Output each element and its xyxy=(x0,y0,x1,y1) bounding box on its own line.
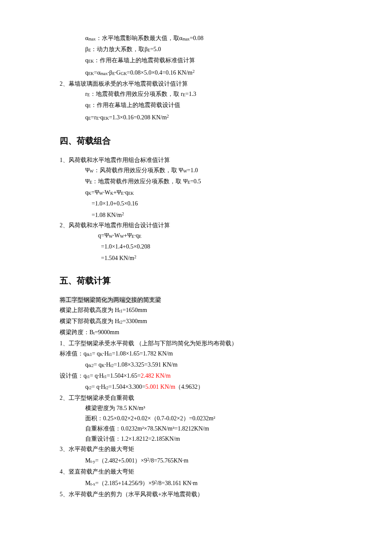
s5-c2: 面积：0.25×0.02×2+0.02×（0.7-0.02×2）=0.0232m… xyxy=(60,413,332,424)
line-re-desc: rE：地震荷载作用效应分项系数，取 rE=1.3 xyxy=(60,89,332,100)
s4-l2: 2、风荷载和水平地震作用组合设计值计算 xyxy=(60,220,332,231)
s5-a3: 横梁跨度：Bt=9000mm xyxy=(60,327,332,338)
red-value-2: 5.001 KN/m xyxy=(145,384,175,390)
s5-b2-2b: （4.9632） xyxy=(175,384,204,390)
heading-section-4: 四、荷载组合 xyxy=(60,136,332,146)
line-alpha-max: αmax：水平地震影响系数最大值，取αmax=0.08 xyxy=(60,33,332,44)
s4-l1: 1、风荷载和水平地震作用组合标准值计算 xyxy=(60,155,332,165)
s4-l2-1: q=ΨW·WW+ΨE·qE xyxy=(60,231,332,242)
s4-l1-1: ΨW：风荷载作用效应分项系数，取 ΨW=1.0 xyxy=(60,165,332,176)
line-qe-desc: qE：作用在幕墙上的地震荷载设计值 xyxy=(60,100,332,111)
document-page: αmax：水平地震影响系数最大值，取αmax=0.08 βE：动力放大系数，取β… xyxy=(0,0,392,555)
s5-d1: Mt-y=（2.482+5.001）×92/8=75.765KN·m xyxy=(60,454,332,467)
s5-d0: 3、水平荷载产生的最大弯矩 xyxy=(60,444,332,454)
s5-a1: 横梁上部荷载高度为 Ht1=1650mm xyxy=(60,305,332,316)
s5-b2-2: qt2= q·Ht2=1.504×3.300=5.001 KN/m（4.9632… xyxy=(60,382,332,393)
s5-b1-2: qtk2= qK·Ht2=1.08×3.325=3.591 KN/m xyxy=(60,360,332,371)
s5-b2: 设计值：qt1= q·Ht1=1.504×1.65=2.482 KN/m xyxy=(60,371,332,382)
s5-e0: 4、竖直荷载产生的最大弯矩 xyxy=(60,467,332,477)
line-qe-calc: qE=rE·qEK=1.3×0.16=0.208 KN/m2 xyxy=(60,111,332,124)
line-s3-2: 2、幕墙玻璃面板承受的水平地震荷载设计值计算 xyxy=(60,79,332,89)
s4-l2-2: =1.0×1.4+0.5×0.208 xyxy=(60,242,332,252)
s5-c3: 自重标准值：0.0232m²×78.5KN/m³=1.8212KN/m xyxy=(60,424,332,434)
s5-c1: 横梁密度为 78.5 KN/m³ xyxy=(60,403,332,413)
s4-l1-5: =1.08 KN/m2 xyxy=(60,209,332,220)
heading-section-5: 五、荷载计算 xyxy=(60,275,332,286)
s5-c0: 2、工字型钢梁承受自重荷载 xyxy=(60,393,332,403)
red-value-1: 2.482 KN/m xyxy=(141,373,170,379)
line-q-ek-calc: qEK=αmax·βE·GGK=0.08×5.0×0.4=0.16 KN/m2 xyxy=(60,66,332,79)
s4-l1-4: =1.0×1.0+0.5×0.16 xyxy=(60,199,332,209)
s5-a2: 横梁下部荷载高度为 Ht2=3300mm xyxy=(60,316,332,327)
line-beta-e: βE：动力放大系数，取βE=5.0 xyxy=(60,44,332,55)
s5-e1: Mt-x=（2.185+14.256/9）×92/8=38.161 KN·m xyxy=(60,477,332,489)
s4-l1-3: qK=ΨW·WK+ΨE·qEK xyxy=(60,188,332,199)
highlighted-text: 将工字型钢梁简化为两端交接的简支梁 xyxy=(60,297,161,303)
line-q-ek-desc: qEK：作用在幕墙上的地震荷载标准值计算 xyxy=(60,55,332,66)
s5-b0: 1、工字型钢梁承受水平荷载 （上部与下部均简化为矩形均布荷载） xyxy=(60,338,332,349)
s5-b1: 标准值：qtk1= qK·Ht1=1.08×1.65=1.782 KN/m xyxy=(60,349,332,360)
s4-l1-2: ΨE：地震荷载作用效应分项系数，取 ΨE=0.5 xyxy=(60,176,332,188)
s5-hl: 将工字型钢梁简化为两端交接的简支梁 xyxy=(60,295,332,305)
s5-f0: 5、水平荷载产生的剪力（水平风荷载+水平地震荷载） xyxy=(60,489,332,500)
s4-l2-3: =1.504 KN/m2 xyxy=(60,252,332,263)
s5-c4: 自重设计值：1.2×1.8212=2.185KN/m xyxy=(60,434,332,444)
